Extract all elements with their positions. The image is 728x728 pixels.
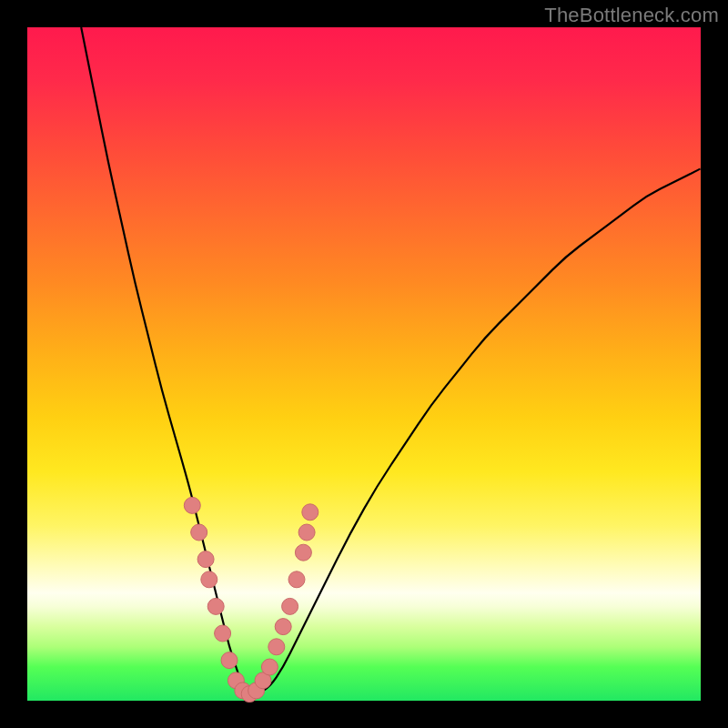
curve-marker [184,497,200,513]
curve-marker [298,524,315,541]
curve-marker [275,619,291,635]
curve-marker [261,659,278,675]
curve-marker [197,551,214,568]
curve-marker [282,598,298,614]
bottleneck-curve [81,27,701,694]
curve-marker [191,524,207,541]
chart-frame: TheBottleneck.com [0,0,728,728]
curve-marker [215,625,231,642]
curve-marker [268,639,285,655]
curve-marker [288,571,305,588]
curve-marker [207,598,224,614]
watermark-text: TheBottleneck.com [544,4,719,27]
plot-area [27,27,701,701]
curve-markers [184,497,318,702]
curve-marker [302,504,318,521]
curve-marker [295,544,311,561]
curve-marker [221,652,238,669]
curve-layer [27,27,701,701]
curve-marker [201,571,217,588]
